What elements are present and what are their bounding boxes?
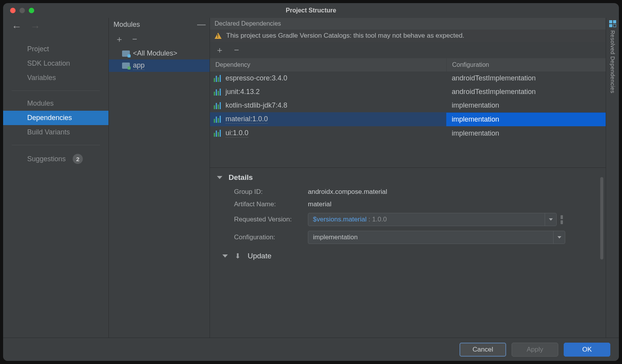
minimize-panel-icon[interactable]: — — [197, 19, 206, 30]
dialog-title: Project Structure — [3, 7, 619, 14]
requested-version-label: Requested Version: — [234, 216, 308, 223]
module-label: <All Modules> — [133, 49, 177, 57]
declared-dependencies-title: Declared Dependencies — [210, 18, 606, 30]
module-all[interactable]: <All Modules> — [109, 47, 210, 59]
cancel-button[interactable]: Cancel — [460, 343, 506, 357]
remove-dependency-icon[interactable]: − — [234, 45, 239, 55]
library-icon — [214, 130, 221, 137]
module-app[interactable]: app — [109, 59, 210, 72]
chevron-down-icon — [557, 236, 561, 239]
library-icon — [214, 116, 221, 123]
module-icon — [122, 63, 130, 69]
library-icon — [214, 102, 221, 109]
chevron-down-icon — [549, 218, 553, 221]
collapse-update-icon[interactable] — [222, 254, 228, 258]
dependency-row[interactable]: kotlin-stdlib-jdk7:4.8 implementation — [210, 99, 606, 112]
dependency-row[interactable]: espresso-core:3.4.0 androidTestImplement… — [210, 71, 606, 85]
update-heading: Update — [248, 252, 271, 260]
apply-button: Apply — [512, 343, 558, 357]
dropdown-button[interactable] — [553, 231, 565, 244]
remove-module-icon[interactable]: − — [132, 34, 137, 44]
column-configuration[interactable]: Configuration — [446, 58, 606, 71]
resolved-deps-icon — [609, 20, 616, 27]
sidebar-item-build-variants[interactable]: Build Variants — [3, 125, 108, 139]
configuration-label: Configuration: — [234, 233, 308, 241]
add-module-icon[interactable]: ＋ — [115, 33, 124, 45]
sidebar-item-suggestions[interactable]: Suggestions 2 — [3, 151, 108, 167]
sidebar-item-variables[interactable]: Variables — [3, 71, 108, 85]
suggestions-badge: 2 — [73, 154, 83, 164]
download-icon: ⬇︎ — [235, 252, 241, 260]
dependency-row[interactable]: junit:4.13.2 androidTestImplementation — [210, 85, 606, 99]
dependency-row[interactable]: material:1.0.0 implementation — [210, 112, 606, 126]
close-window[interactable] — [10, 8, 16, 13]
dependency-list: espresso-core:3.4.0 androidTestImplement… — [210, 71, 606, 167]
group-id-value: androidx.compose.material — [308, 188, 387, 196]
dependency-row[interactable]: ui:1.0.0 implementation — [210, 126, 606, 140]
resolved-dependencies-tab[interactable]: Resolved Dependencies — [606, 18, 619, 338]
warning-text: This project uses Gradle Version Catalog… — [226, 32, 464, 40]
scrollbar[interactable] — [600, 177, 603, 260]
add-dependency-icon[interactable]: ＋ — [215, 44, 224, 56]
sidebar-item-label: Suggestions — [27, 155, 66, 163]
column-dependency[interactable]: Dependency — [210, 58, 446, 71]
library-icon — [214, 75, 221, 82]
version-stepper[interactable] — [561, 215, 563, 224]
collapse-details-icon[interactable] — [217, 176, 222, 179]
modules-header: Modules — [114, 21, 140, 29]
artifact-name-label: Artifact Name: — [234, 200, 308, 208]
configuration-combo[interactable]: implementation — [308, 231, 565, 244]
warning-banner: This project uses Gradle Version Catalog… — [210, 30, 606, 42]
category-sidebar: ← → Project SDK Location Variables Modul… — [3, 18, 109, 338]
details-heading: Details — [229, 173, 253, 182]
module-label: app — [133, 61, 145, 70]
nav-back-icon[interactable]: ← — [12, 21, 22, 33]
zoom-window[interactable] — [29, 8, 34, 13]
nav-forward-icon: → — [30, 21, 40, 33]
requested-version-combo[interactable]: $versions.material : 1.0.0 — [308, 213, 557, 226]
sidebar-item-sdk-location[interactable]: SDK Location — [3, 56, 108, 71]
minimize-window — [19, 8, 25, 13]
sidebar-item-project[interactable]: Project — [3, 42, 108, 56]
warning-icon — [215, 33, 222, 39]
ok-button[interactable]: OK — [564, 343, 610, 357]
modules-panel: Modules — ＋ − <All Modules> app — [109, 18, 210, 338]
dropdown-button[interactable] — [545, 213, 556, 226]
project-structure-dialog: Project Structure ← → Project SDK Locati… — [3, 3, 619, 361]
artifact-name-value: material — [308, 200, 331, 208]
folder-icon — [122, 51, 130, 57]
library-icon — [214, 89, 221, 96]
group-id-label: Group ID: — [234, 188, 308, 196]
sidebar-item-modules[interactable]: Modules — [3, 96, 108, 111]
details-panel: Details Group ID: androidx.compose.mater… — [210, 167, 606, 266]
sidebar-item-dependencies[interactable]: Dependencies — [3, 111, 108, 125]
